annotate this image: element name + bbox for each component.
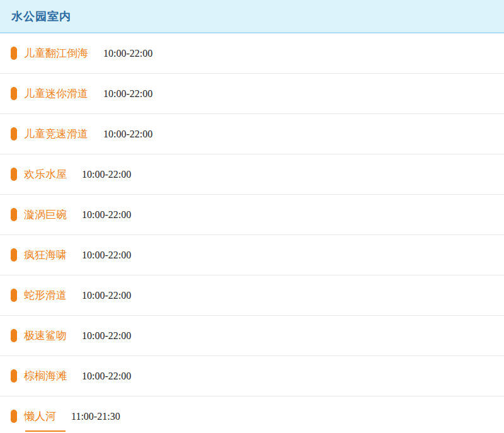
water-park-indoor-panel: 水公园室内 儿童翻江倒海 10:00-22:00 儿童迷你滑道 10:00-22… [0, 0, 504, 433]
attraction-name-link[interactable]: 漩涡巨碗 [24, 207, 67, 222]
list-item: 儿童迷你滑道 10:00-22:00 [0, 74, 504, 114]
attraction-name-link[interactable]: 蛇形滑道 [24, 288, 67, 303]
open-time-label: 10:00-22:00 [82, 330, 131, 342]
orange-pill-bullet-icon [11, 329, 17, 342]
attraction-name-link[interactable]: 疯狂海啸 [24, 248, 67, 262]
list-item: 疯狂海啸 10:00-22:00 [0, 235, 504, 275]
hover-underline [25, 430, 66, 432]
open-time-label: 10:00-22:00 [103, 129, 152, 140]
attraction-name-link[interactable]: 欢乐水屋 [24, 167, 67, 182]
attraction-name-link[interactable]: 儿童竞速滑道 [24, 127, 88, 141]
orange-pill-bullet-icon [11, 168, 17, 181]
list-item: 棕榈海滩 10:00-22:00 [0, 356, 504, 396]
attraction-name-link[interactable]: 极速鲨吻 [24, 328, 67, 343]
attraction-name-link[interactable]: 棕榈海滩 [24, 369, 67, 383]
open-time-label: 10:00-22:00 [82, 371, 131, 382]
attraction-schedule-list: 儿童翻江倒海 10:00-22:00 儿童迷你滑道 10:00-22:00 儿童… [0, 33, 504, 433]
orange-pill-bullet-icon [11, 208, 17, 221]
orange-pill-bullet-icon [11, 248, 17, 262]
open-time-label: 10:00-22:00 [103, 88, 152, 100]
orange-pill-bullet-icon [11, 410, 17, 423]
page-title: 水公园室内 [11, 9, 71, 24]
attraction-name-link[interactable]: 儿童迷你滑道 [24, 86, 88, 101]
list-item: 儿童竞速滑道 10:00-22:00 [0, 114, 504, 154]
orange-pill-bullet-icon [11, 289, 17, 302]
orange-pill-bullet-icon [11, 87, 17, 100]
attraction-name-link[interactable]: 懒人河 [24, 409, 56, 424]
list-item: 极速鲨吻 10:00-22:00 [0, 316, 504, 356]
list-item: 蛇形滑道 10:00-22:00 [0, 275, 504, 316]
list-item: 漩涡巨碗 10:00-22:00 [0, 195, 504, 235]
open-time-label: 10:00-22:00 [82, 250, 131, 261]
open-time-label: 10:00-22:00 [82, 290, 131, 301]
list-item: 欢乐水屋 10:00-22:00 [0, 154, 504, 195]
panel-header: 水公园室内 [0, 0, 504, 33]
open-time-label: 11:00-21:30 [71, 411, 120, 422]
list-item: 懒人河 11:00-21:30 [0, 396, 504, 433]
open-time-label: 10:00-22:00 [103, 48, 152, 59]
attraction-name-link[interactable]: 儿童翻江倒海 [24, 46, 88, 61]
orange-pill-bullet-icon [11, 47, 17, 60]
open-time-label: 10:00-22:00 [82, 209, 131, 221]
orange-pill-bullet-icon [11, 127, 17, 141]
open-time-label: 10:00-22:00 [82, 169, 131, 180]
orange-pill-bullet-icon [11, 369, 17, 383]
list-item: 儿童翻江倒海 10:00-22:00 [0, 33, 504, 74]
